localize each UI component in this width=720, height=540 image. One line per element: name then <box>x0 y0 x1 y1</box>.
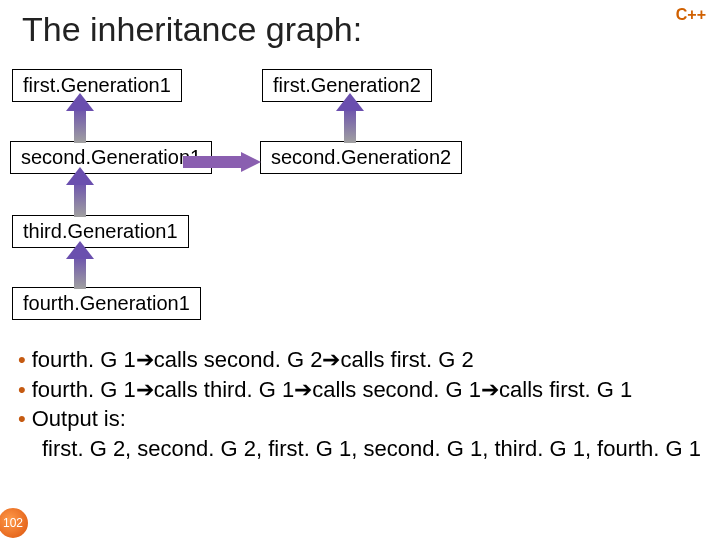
node-first-generation-2: first.Generation2 <box>262 69 432 102</box>
node-fourth-generation-1: fourth.Generation1 <box>12 287 201 320</box>
bullet-3-text: Output is: <box>32 404 126 434</box>
node-third-generation-1: third.Generation1 <box>12 215 189 248</box>
bullet-dot-icon: • <box>18 375 26 405</box>
svg-rect-4 <box>74 181 86 217</box>
page-number: 102 <box>0 508 28 538</box>
svg-rect-2 <box>344 107 356 143</box>
language-badge: C++ <box>676 6 706 24</box>
svg-marker-9 <box>241 152 261 172</box>
arrow-icon: ➔ <box>294 377 312 402</box>
bullet-dot-icon: • <box>18 345 26 375</box>
svg-rect-6 <box>74 255 86 289</box>
bullet-list: • fourth. G 1➔calls second. G 2➔calls fi… <box>0 345 720 464</box>
node-second-generation-1: second.Generation1 <box>10 141 212 174</box>
node-first-generation-1: first.Generation1 <box>12 69 182 102</box>
arrow-fo1-to-tg1 <box>60 241 100 291</box>
arrow-icon: ➔ <box>481 377 499 402</box>
bullet-4-output: first. G 2, second. G 2, first. G 1, sec… <box>18 434 706 464</box>
bullet-1: • fourth. G 1➔calls second. G 2➔calls fi… <box>18 345 706 375</box>
node-second-generation-2: second.Generation2 <box>260 141 462 174</box>
arrow-tg1-to-sg1 <box>60 167 100 219</box>
arrow-icon: ➔ <box>136 377 154 402</box>
bullet-1-text: fourth. G 1➔calls second. G 2➔calls firs… <box>32 345 474 375</box>
bullet-3: • Output is: <box>18 404 706 434</box>
bullet-2-text: fourth. G 1➔calls third. G 1➔calls secon… <box>32 375 633 405</box>
arrow-icon: ➔ <box>136 347 154 372</box>
bullet-dot-icon: • <box>18 404 26 434</box>
svg-rect-0 <box>74 107 86 143</box>
page-title: The inheritance graph: <box>0 0 720 49</box>
bullet-2: • fourth. G 1➔calls third. G 1➔calls sec… <box>18 375 706 405</box>
arrow-icon: ➔ <box>322 347 340 372</box>
inheritance-graph: first.Generation1 first.Generation2 seco… <box>0 55 720 345</box>
